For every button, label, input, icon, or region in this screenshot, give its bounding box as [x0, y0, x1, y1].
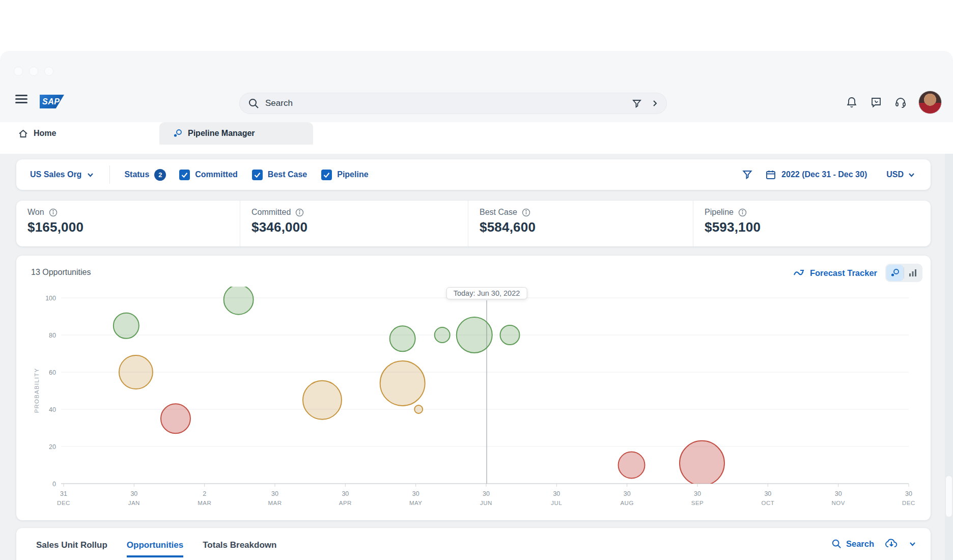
info-icon[interactable] [49, 208, 58, 217]
checkbox-label: Best Case [268, 170, 307, 179]
y-axis-title: PROBABILITY [34, 368, 40, 413]
export-cloud-icon[interactable] [884, 538, 899, 550]
currency-selector[interactable]: USD [886, 170, 915, 179]
x-tick-day: 30 [905, 490, 912, 497]
headset-icon[interactable] [894, 96, 907, 109]
checkbox-checked-icon [321, 170, 332, 180]
bubble-view-button[interactable] [886, 265, 904, 281]
bottom-tab-opportunities[interactable]: Opportunities [127, 528, 183, 557]
status-checkbox-best-case[interactable]: Best Case [252, 170, 307, 180]
search-icon [248, 98, 259, 109]
nav-tab-home[interactable]: Home [18, 122, 56, 145]
table-search-label: Search [846, 539, 874, 549]
opportunity-bubble-best-case[interactable] [380, 361, 425, 406]
y-tick-label: 0 [52, 481, 56, 488]
x-tick-month: MAR [198, 500, 211, 506]
x-tick-month: SEP [691, 500, 704, 506]
kpi-label: Pipeline [705, 208, 734, 217]
opportunities-chart-card: 020406080100PROBABILITY31DEC30JAN2MAR30M… [16, 256, 931, 520]
bubble-chart-icon [173, 128, 183, 138]
export-options-chevron-icon[interactable] [909, 540, 916, 548]
x-tick-day: 30 [271, 490, 278, 497]
kpi-value: $165,000 [27, 219, 240, 235]
calendar-icon [765, 169, 776, 180]
filter-bar-card: US Sales Org Status 2 CommittedBest Case… [16, 159, 931, 190]
y-tick-label: 40 [49, 406, 56, 413]
scrollbar-track[interactable] [945, 154, 953, 560]
date-range-selector[interactable]: 2022 (Dec 31 - Dec 30) [765, 169, 867, 180]
opportunity-bubble-committed[interactable] [500, 325, 519, 345]
nav-tab-pipeline-manager[interactable]: Pipeline Manager [159, 122, 313, 145]
y-tick-label: 20 [49, 443, 56, 451]
scrollbar-thumb[interactable] [946, 476, 952, 517]
opportunity-bubble-best-case[interactable] [119, 355, 153, 389]
chart-title: 13 Opportunities [31, 268, 91, 277]
x-tick-day: 30 [835, 490, 842, 497]
kpi-summary-card: Won$165,000Committed$346,000Best Case$58… [16, 201, 931, 246]
info-icon[interactable] [738, 208, 747, 217]
table-search-button[interactable]: Search [831, 539, 874, 549]
checkbox-label: Pipeline [337, 170, 368, 179]
trend-icon [793, 268, 805, 278]
window-dot-3[interactable] [44, 67, 53, 76]
nav-tab-pipeline-manager-label: Pipeline Manager [188, 129, 255, 138]
opportunity-bubble-committed[interactable] [390, 326, 415, 351]
x-tick-day: 30 [342, 490, 349, 497]
bar-view-button[interactable] [904, 265, 921, 281]
bottom-tab-sales-unit-rollup[interactable]: Sales Unit Rollup [36, 528, 107, 557]
filter-funnel-icon[interactable] [742, 169, 753, 180]
window-dot-2[interactable] [29, 67, 38, 76]
opportunity-bubble-committed[interactable] [435, 327, 450, 343]
y-tick-label: 100 [45, 295, 56, 302]
currency-label: USD [886, 170, 904, 179]
forecast-tracker-button[interactable]: Forecast Tracker [793, 268, 877, 278]
opportunity-bubble-pipeline[interactable] [161, 404, 190, 433]
kpi-value: $346,000 [251, 219, 468, 235]
opportunity-bubble-pipeline[interactable] [619, 452, 645, 479]
app-header: SAP [0, 86, 953, 122]
opportunity-bubble-committed[interactable] [457, 317, 492, 353]
x-tick-day: 30 [694, 490, 701, 497]
sales-org-label: US Sales Org [30, 170, 81, 179]
global-search-input[interactable] [265, 98, 632, 108]
opportunity-bubble-best-case[interactable] [303, 381, 342, 419]
x-tick-month: JUL [551, 500, 562, 506]
chat-support-icon[interactable] [870, 96, 883, 109]
sap-logo[interactable]: SAP [40, 95, 64, 108]
chevron-down-icon [87, 171, 94, 179]
notifications-bell-icon[interactable] [845, 96, 858, 109]
x-tick-day: 31 [60, 490, 67, 497]
bottom-tab-totals-breakdown[interactable]: Totals Breakdown [203, 528, 276, 557]
x-tick-month: NOV [831, 500, 845, 506]
user-avatar[interactable] [918, 91, 942, 114]
x-tick-day: 30 [483, 490, 490, 497]
home-icon [18, 128, 29, 139]
opportunity-bubble-best-case[interactable] [414, 405, 423, 413]
search-expand-chevron-icon[interactable] [651, 100, 658, 107]
opportunity-bubble-committed[interactable] [224, 285, 254, 315]
sales-org-selector[interactable]: US Sales Org [30, 170, 94, 179]
opportunity-bubble-pipeline[interactable] [680, 441, 724, 486]
kpi-value: $593,100 [705, 219, 931, 235]
info-icon[interactable] [522, 208, 530, 217]
menu-hamburger-icon[interactable] [15, 93, 27, 103]
status-checkbox-pipeline[interactable]: Pipeline [321, 170, 368, 180]
x-tick-month: MAY [409, 500, 423, 506]
window-dot-1[interactable] [14, 67, 23, 76]
search-filter-icon[interactable] [632, 98, 642, 108]
y-tick-label: 80 [49, 332, 56, 339]
x-tick-month: JUN [480, 500, 492, 506]
chevron-down-icon [908, 171, 915, 179]
opportunity-bubble-committed[interactable] [114, 313, 139, 339]
bottom-panel-card: Sales Unit RollupOpportunitiesTotals Bre… [16, 528, 931, 560]
x-tick-day: 30 [412, 490, 419, 497]
x-tick-day: 30 [624, 490, 631, 497]
info-icon[interactable] [295, 208, 304, 217]
kpi-pipeline: Pipeline$593,100 [693, 201, 931, 246]
status-checkbox-committed[interactable]: Committed [179, 170, 238, 180]
nav-tab-home-label: Home [34, 129, 56, 138]
x-tick-day: 30 [764, 490, 771, 497]
status-filter[interactable]: Status 2 [124, 169, 166, 181]
search-icon [831, 539, 842, 549]
bottom-tab-group: Sales Unit RollupOpportunitiesTotals Bre… [36, 528, 296, 560]
